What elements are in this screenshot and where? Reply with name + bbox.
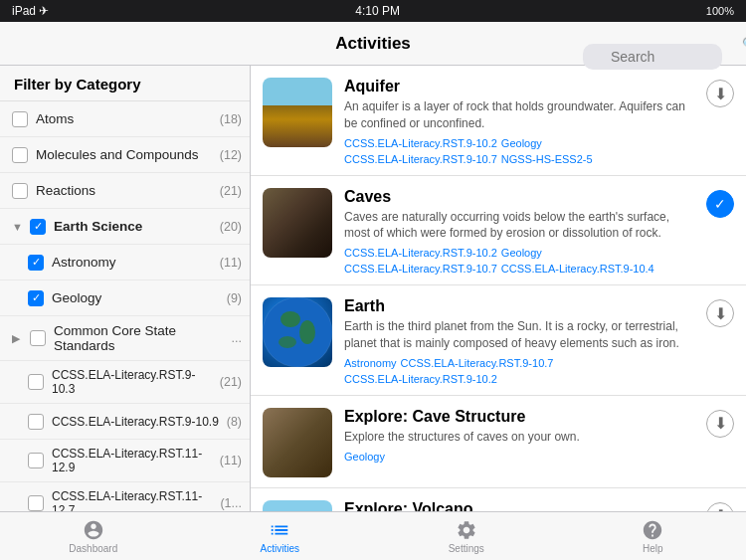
- sidebar-count-ccss-3: (11): [220, 454, 242, 467]
- activity-thumb-volcano: [263, 500, 332, 511]
- checkbox-molecules[interactable]: [12, 147, 28, 163]
- sidebar-item-ccss-4[interactable]: CCSS.ELA-Literacy.RST.11-12.7 (1...: [0, 482, 250, 511]
- tab-help[interactable]: Help: [560, 512, 747, 560]
- status-device: iPad ✈: [12, 4, 49, 18]
- activity-desc-aquifer: An aquifer is a layer of rock that holds…: [344, 98, 694, 132]
- nav-title: Activities: [335, 34, 411, 54]
- tag-geology[interactable]: Geology: [501, 137, 542, 149]
- tag-caves-ccss-9-10-7[interactable]: CCSS.ELA-Literacy.RST.9-10.7: [344, 263, 497, 275]
- sidebar-item-ccss-1[interactable]: CCSS.ELA-Literacy.RST.9-10.3 (21): [0, 361, 250, 404]
- download-button-aquifer[interactable]: ⬇: [706, 80, 734, 107]
- activity-item-caves: Caves Caves are naturally occurring void…: [251, 176, 746, 286]
- nav-bar: Activities 🔍: [0, 22, 746, 66]
- checkbox-ccss-1[interactable]: [28, 374, 44, 390]
- activity-title-earth: Earth: [344, 297, 694, 315]
- activities-icon: [269, 519, 290, 541]
- activity-body-aquifer: Aquifer An aquifer is a layer of rock th…: [344, 78, 694, 165]
- sidebar-item-atoms[interactable]: Atoms (18): [0, 101, 250, 137]
- checkbox-reactions[interactable]: [12, 183, 28, 199]
- sidebar-count-ccss-2: (8): [227, 415, 242, 429]
- tag-earth-astronomy[interactable]: Astronomy: [344, 357, 397, 369]
- sidebar-header: Filter by Category: [0, 66, 250, 101]
- tab-dashboard[interactable]: Dashboard: [0, 512, 187, 560]
- svg-point-2: [299, 320, 315, 344]
- checkbox-atoms[interactable]: [12, 111, 28, 127]
- activity-thumb-cave-structure: [263, 408, 332, 477]
- tag-ccss-9-10-2[interactable]: CCSS.ELA-Literacy.RST.9-10.2: [344, 137, 497, 149]
- activity-title-volcano: Explore: Volcano: [344, 500, 694, 511]
- sidebar-item-astronomy[interactable]: ✓ Astronomy (11): [0, 245, 250, 280]
- activity-action-cave-structure: ⬇: [706, 408, 734, 438]
- sidebar-count-molecules: (12): [220, 148, 242, 162]
- checkbox-geology[interactable]: ✓: [28, 290, 44, 306]
- tag-caves-ccss-9-10-4[interactable]: CCSS.ELA-Literacy.RST.9-10.4: [501, 263, 654, 275]
- sidebar-label-ccss-4: CCSS.ELA-Literacy.RST.11-12.7: [52, 489, 216, 511]
- status-bar: iPad ✈ 4:10 PM 100%: [0, 0, 746, 22]
- checkbox-ccss-4[interactable]: [28, 495, 44, 511]
- activity-desc-caves: Caves are naturally occurring voids belo…: [344, 209, 694, 243]
- tag-cave-structure-geology[interactable]: Geology: [344, 451, 385, 463]
- checkmark-button-caves[interactable]: ✓: [706, 190, 734, 218]
- sidebar-item-ccss[interactable]: ▶ Common Core State Standards ...: [0, 316, 250, 361]
- activity-tags-earth: Astronomy CCSS.ELA-Literacy.RST.9-10.7 C…: [344, 357, 694, 385]
- activity-thumb-aquifer: [263, 78, 332, 147]
- activity-tags-cave-structure: Geology: [344, 451, 694, 463]
- checkbox-astronomy[interactable]: ✓: [28, 255, 44, 271]
- tab-settings[interactable]: Settings: [373, 512, 560, 560]
- sidebar-item-ccss-2[interactable]: CCSS.ELA-Literacy.RST.9-10.9 (8): [0, 404, 250, 440]
- sidebar-count-earth-science: (20): [220, 220, 242, 234]
- activity-body-volcano: Explore: Volcano Explore the structure o…: [344, 500, 694, 511]
- sidebar-item-molecules[interactable]: Molecules and Compounds (12): [0, 137, 250, 173]
- activity-item-earth: Earth Earth is the third planet from the…: [251, 285, 746, 396]
- tab-settings-label: Settings: [449, 543, 484, 554]
- sidebar-label-ccss-2: CCSS.ELA-Literacy.RST.9-10.9: [52, 415, 223, 429]
- activity-tags-caves: CCSS.ELA-Literacy.RST.9-10.2 Geology CCS…: [344, 247, 694, 275]
- tag-caves-geology[interactable]: Geology: [501, 247, 542, 259]
- tab-activities[interactable]: Activities: [187, 512, 374, 560]
- checkbox-ccss-2[interactable]: [28, 414, 44, 430]
- activity-item-volcano: Explore: Volcano Explore the structure o…: [251, 488, 746, 511]
- activity-body-earth: Earth Earth is the third planet from the…: [344, 297, 694, 385]
- search-icon: 🔍: [742, 37, 746, 51]
- sidebar-count-astronomy: (11): [220, 256, 242, 270]
- tag-earth-ccss-9-10-2[interactable]: CCSS.ELA-Literacy.RST.9-10.2: [344, 373, 497, 385]
- activity-title-cave-structure: Explore: Cave Structure: [344, 408, 694, 426]
- download-button-volcano[interactable]: ⬇: [706, 502, 734, 511]
- activity-desc-cave-structure: Explore the structures of caves on your …: [344, 429, 694, 446]
- download-button-cave-structure[interactable]: ⬇: [706, 410, 734, 438]
- tab-bar: Dashboard Activities Settings Help: [0, 511, 746, 560]
- activity-title-aquifer: Aquifer: [344, 78, 694, 95]
- sidebar: Filter by Category Atoms (18) Molecules …: [0, 66, 251, 511]
- activity-action-volcano: ⬇: [706, 500, 734, 511]
- tag-caves-ccss-9-10-2[interactable]: CCSS.ELA-Literacy.RST.9-10.2: [344, 247, 497, 259]
- chevron-earth-science: ▼: [12, 221, 30, 233]
- activity-action-aquifer: ⬇: [706, 78, 734, 107]
- sidebar-count-geology: (9): [227, 291, 242, 305]
- checkbox-earth-science[interactable]: ✓: [30, 219, 46, 235]
- tag-ngss[interactable]: NGSS-HS-ESS2-5: [501, 153, 593, 165]
- sidebar-item-reactions[interactable]: Reactions (21): [0, 173, 250, 209]
- activity-action-caves: ✓: [706, 188, 734, 218]
- activity-title-caves: Caves: [344, 188, 694, 206]
- chevron-ccss: ▶: [12, 332, 30, 345]
- activity-thumb-earth: [263, 297, 332, 367]
- download-button-earth[interactable]: ⬇: [706, 299, 734, 327]
- status-left: iPad ✈: [12, 4, 49, 18]
- sidebar-item-geology[interactable]: ✓ Geology (9): [0, 280, 250, 316]
- activity-tags-aquifer: CCSS.ELA-Literacy.RST.9-10.2 Geology CCS…: [344, 137, 694, 165]
- sidebar-item-ccss-3[interactable]: CCSS.ELA-Literacy.RST.11-12.9 (11): [0, 440, 250, 482]
- activity-body-caves: Caves Caves are naturally occurring void…: [344, 188, 694, 276]
- sidebar-item-earth-science[interactable]: ▼ ✓ Earth Science (20): [0, 209, 250, 245]
- search-input[interactable]: [583, 44, 722, 70]
- tag-earth-ccss-9-10-7[interactable]: CCSS.ELA-Literacy.RST.9-10.7: [401, 357, 554, 369]
- activity-list: Aquifer An aquifer is a layer of rock th…: [251, 66, 746, 511]
- checkbox-ccss-3[interactable]: [28, 453, 44, 468]
- activity-body-cave-structure: Explore: Cave Structure Explore the stru…: [344, 408, 694, 463]
- status-right: 100%: [706, 5, 734, 17]
- sidebar-label-earth-science: Earth Science: [54, 219, 216, 234]
- tag-ccss-9-10-7[interactable]: CCSS.ELA-Literacy.RST.9-10.7: [344, 153, 497, 165]
- checkbox-ccss[interactable]: [30, 330, 46, 346]
- sidebar-count-reactions: (21): [220, 184, 242, 198]
- tab-activities-label: Activities: [261, 543, 299, 554]
- settings-icon: [456, 519, 477, 541]
